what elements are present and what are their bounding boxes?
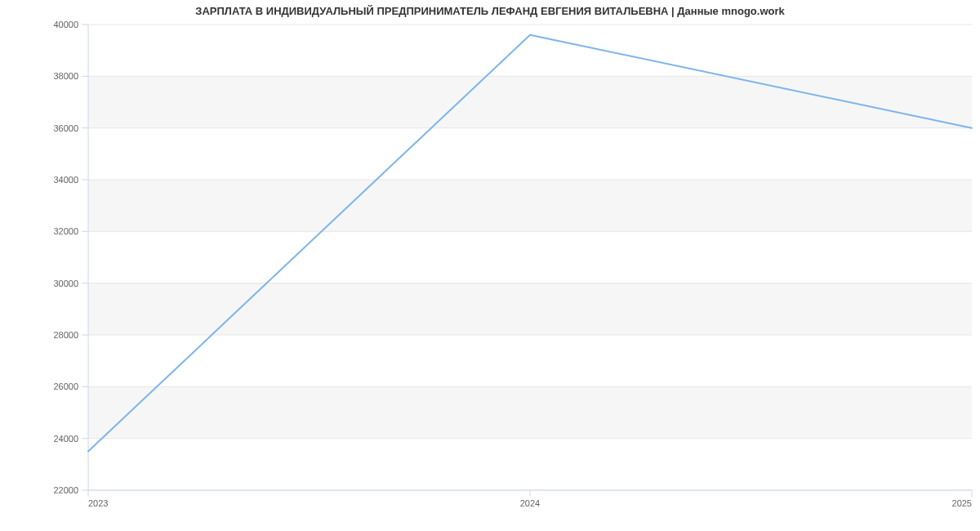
x-tick-label: 2023 — [88, 498, 108, 508]
y-tick-label: 30000 — [53, 279, 78, 288]
line-chart: ЗАРПЛАТА В ИНДИВИДУАЛЬНЫЙ ПРЕДПРИНИМАТЕЛ… — [0, 0, 980, 531]
svg-rect-2 — [88, 180, 972, 231]
svg-rect-3 — [88, 76, 972, 127]
y-tick-label: 26000 — [53, 382, 78, 391]
y-tick-label: 22000 — [53, 485, 78, 495]
y-tick-label: 28000 — [53, 330, 78, 340]
y-tick-label: 36000 — [53, 123, 78, 133]
x-tick-label: 2024 — [520, 498, 540, 508]
svg-rect-0 — [88, 386, 972, 438]
chart-canvas: 2200024000260002800030000320003400036000… — [0, 0, 980, 531]
y-tick-label: 40000 — [53, 20, 78, 29]
y-tick-label: 24000 — [53, 434, 78, 444]
y-tick-label: 34000 — [53, 175, 78, 185]
chart-title: ЗАРПЛАТА В ИНДИВИДУАЛЬНЫЙ ПРЕДПРИНИМАТЕЛ… — [0, 5, 980, 17]
x-tick-label: 2025 — [952, 498, 972, 508]
y-tick-label: 38000 — [53, 71, 78, 81]
y-tick-label: 32000 — [53, 226, 78, 236]
